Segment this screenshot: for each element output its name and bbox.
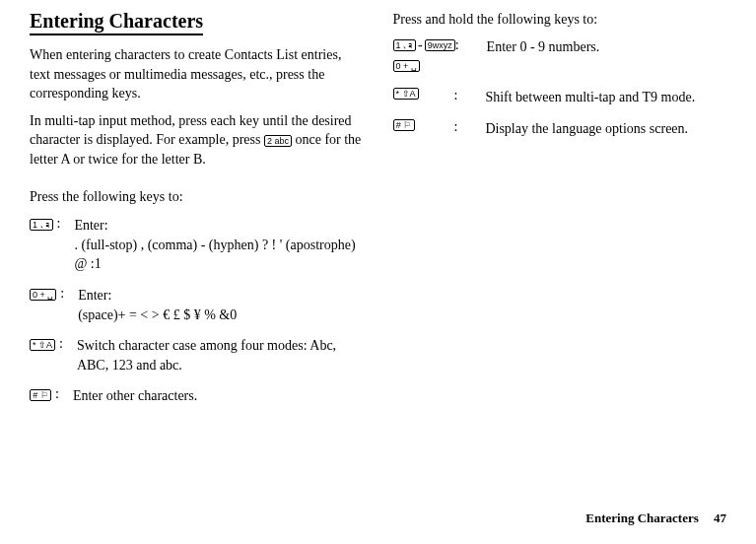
key-hash-icon: # ⚐ (30, 389, 51, 401)
entry-desc: Enter: (space)+ = < > € £ $ ¥ % &0 (78, 286, 363, 324)
entry-desc: Shift between multi-tap and T9 mode. (485, 88, 726, 107)
key-entry: # ⚐ : Enter other characters. (30, 386, 364, 406)
key-2-icon: 2 abc (264, 135, 292, 147)
entry-desc: Enter: . (full-stop) , (comma) - (hyphen… (74, 216, 363, 274)
intro-para-2: In multi-tap input method, press each ke… (30, 111, 364, 170)
entry-desc: Enter 0 - 9 numbers. (487, 37, 726, 57)
key-entry: 0 + ␣ : (393, 60, 727, 76)
section2-heading: Press and hold the following keys to: (393, 10, 727, 30)
key-entry: * ⇧A : Switch character case among four … (30, 336, 364, 374)
key-0-icon: 0 + ␣ (30, 289, 56, 301)
key-hash-icon: # ⚐ (393, 119, 415, 131)
entry-desc: Switch character case among four modes: … (77, 336, 364, 374)
page-footer: Entering Characters 47 (585, 510, 726, 526)
entry-desc: Enter other characters. (73, 386, 364, 406)
dash: - (418, 37, 423, 53)
key-entry: * ⇧A : Shift between multi-tap and T9 mo… (393, 88, 727, 107)
key-star-icon: * ⇧A (30, 339, 55, 351)
colon: : (454, 88, 458, 103)
colon: : (454, 119, 458, 135)
entry-desc: Display the language options screen. (485, 119, 726, 139)
key-entry: 1 ､ｮ - 9wxyz : Enter 0 - 9 numbers. (393, 37, 727, 57)
key-entry: 1 ､ｮ : Enter: . (full-stop) , (comma) - … (30, 216, 364, 274)
colon: : (55, 386, 59, 402)
section1-heading: Press the following keys to: (30, 187, 364, 207)
footer-page-number: 47 (714, 510, 726, 525)
colon: : (60, 286, 64, 302)
colon: : (455, 37, 459, 53)
key-1-icon: 1 ､ｮ (30, 219, 53, 231)
key-entry: 0 + ␣ : Enter: (space)+ = < > € £ $ ¥ % … (30, 286, 364, 324)
key-0-icon: 0 + ␣ (393, 60, 420, 72)
footer-title: Entering Characters (585, 510, 698, 525)
key-1-icon: 1 ､ｮ (393, 39, 417, 51)
key-star-icon: * ⇧A (393, 88, 419, 100)
key-entry: # ⚐ : Display the language options scree… (393, 119, 727, 139)
colon: : (57, 216, 61, 232)
colon: : (59, 336, 63, 352)
key-9-icon: 9wxyz (425, 39, 455, 51)
intro-para-1: When entering characters to create Conta… (30, 45, 364, 103)
page-title: Entering Characters (30, 10, 203, 35)
